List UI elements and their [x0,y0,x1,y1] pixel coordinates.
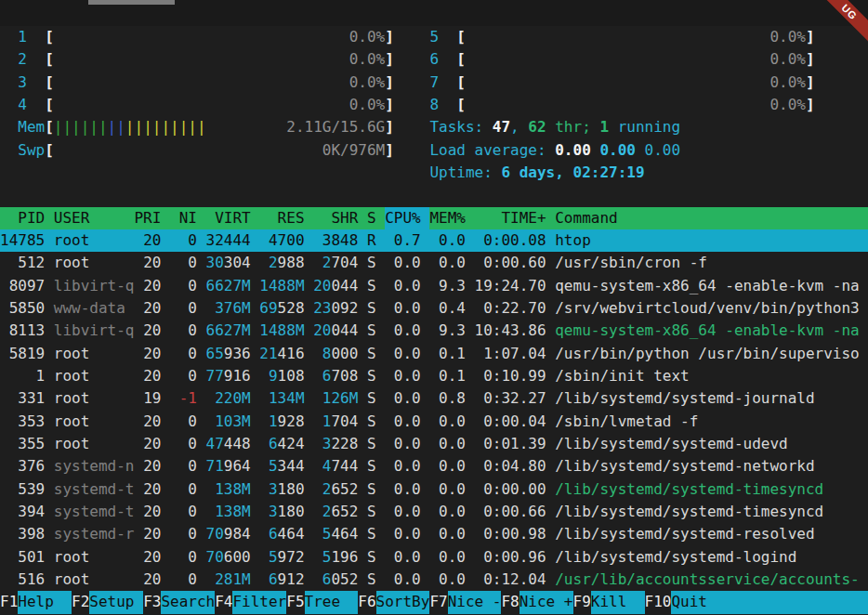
column-header-res[interactable]: RES [278,207,305,229]
fkey-f7[interactable]: F7 [429,591,447,613]
cpu-meter-row: 1[0.0%]5[0.0%] [0,26,868,48]
cell-cpu: 0.0 [394,501,421,523]
cell-pid: 355 [18,433,45,455]
cell-state: S [367,275,376,297]
cell-mem: 0.4 [439,297,466,320]
process-row[interactable]: 516root200281M69126052S0.00.00:12.04/usr… [0,569,868,591]
column-header-ni[interactable]: NI [179,207,197,229]
process-row[interactable]: 394systemd-t200138M31802652S0.00.00:00.6… [0,501,868,523]
process-row[interactable]: 512root2003030429882704S0.00.00:00.60/us… [0,252,868,274]
cell-value-low: 652 [331,478,358,501]
cell-ni: 0 [188,569,197,591]
process-row[interactable]: 353root200103M19281704S0.00.00:00.04/sbi… [0,411,868,433]
column-header-pri[interactable]: PRI [134,207,161,229]
column-header-pid[interactable]: PID [18,207,45,229]
cell-state: S [367,569,376,591]
cell-pid: 5819 [9,343,46,365]
process-row[interactable]: 331root19-1220M134M126MS0.00.80:32.27/li… [0,387,868,410]
column-header-s[interactable]: S [367,207,376,229]
fkey-f9[interactable]: F9 [573,591,591,613]
column-header-cpu[interactable]: CPU% [385,207,421,229]
fkey-label-kill[interactable]: Kill [591,591,645,613]
process-row[interactable]: 8113libvirt-q2006627M1488M20044S0.09.310… [0,320,868,342]
meter-bracket-open-icon: [ [45,94,54,116]
cell-user: root [54,546,90,569]
cell-ni: 0 [188,411,197,433]
column-header-shr[interactable]: SHR [331,207,358,229]
cell-ni: 0 [188,546,197,569]
process-row[interactable]: 355root2004744864243228S0.00.00:01.39/li… [0,433,868,455]
process-row[interactable]: 376systemd-n2007196453444744S0.00.00:04.… [0,455,868,478]
cell-ni: 0 [188,455,197,478]
meter-label: 2 [18,48,27,71]
uptime-segment: Uptime: [429,162,501,184]
cell-mem: 0.1 [439,365,466,387]
cell-value-low: 984 [224,523,251,545]
function-key-bar: F1Help F2Setup F3SearchF4FilterF5Tree F6… [0,591,868,613]
process-row[interactable]: 539systemd-t200138M31802652S0.00.00:00.0… [0,478,868,501]
process-row[interactable]: 501root2007060059725196S0.00.00:00.96/li… [0,546,868,569]
cell-user: systemd-n [54,455,135,478]
cell-value-low: 700 [278,229,305,252]
column-header-user[interactable]: USER [54,207,90,229]
column-header-virt[interactable]: VIRT [215,207,251,229]
fkey-f1[interactable]: F1 [0,591,18,613]
cell-value-high: 20 [313,275,331,297]
fkey-label-nice-[interactable]: Nice + [519,591,573,613]
cell-value-low: 416 [278,343,305,365]
fkey-label-filter[interactable]: Filter [232,591,286,613]
column-header-mem[interactable]: MEM% [429,207,466,229]
fkey-label-search[interactable]: Search [161,591,215,613]
fkey-f2[interactable]: F2 [72,591,89,613]
cell-pri: 20 [143,546,161,569]
meter-bracket-open-icon: [ [45,116,54,138]
cell-ni: 0 [188,523,197,545]
fkey-label-tree[interactable]: Tree [305,591,359,613]
meter-label: 7 [429,72,439,94]
meter-bracket-close-icon: ] [385,26,394,48]
process-row[interactable]: 5819root20065936214168000S0.00.11:07.04/… [0,343,868,365]
fkey-label-setup[interactable]: Setup [89,591,143,613]
fkey-label-sortby[interactable]: SortBy [376,591,430,613]
meter-label: 4 [18,94,27,116]
meter-value: 0K/976M [322,139,385,162]
fkey-f4[interactable]: F4 [215,591,232,613]
cell-time: 1:07.04 [483,343,546,365]
cell-value-high: 77 [206,365,224,387]
cell-time: 0:00.04 [483,411,546,433]
fkey-f5[interactable]: F5 [286,591,304,613]
cell-cpu: 0.0 [394,546,421,569]
cell-value-high: 5 [269,546,278,569]
process-row[interactable]: 14785root2003244447003848R0.70.00:00.08h… [0,229,868,252]
process-row[interactable]: 5850www-data200376M6952823092S0.00.40:22… [0,297,868,320]
meter-pipe-icon: | [72,116,81,138]
fkey-f3[interactable]: F3 [143,591,161,613]
cell-time: 0:10.99 [483,365,546,387]
process-row[interactable]: 398systemd-r2007098464645464S0.00.00:00.… [0,523,868,545]
cell-value-low: 196 [331,546,358,569]
cell-value-high: 138M [215,501,251,523]
cell-value-low: 928 [278,411,305,433]
meter-pipe-icon: | [161,116,170,138]
fkey-f8[interactable]: F8 [501,591,519,613]
column-header-time[interactable]: TIME+ [501,207,546,229]
cell-value-high: 1 [322,411,332,433]
cell-pri: 20 [143,343,161,365]
fkey-label-help[interactable]: Help [18,591,72,613]
fkey-label-quit[interactable]: Quit [671,591,868,613]
fkey-f6[interactable]: F6 [358,591,375,613]
cell-value-low: 988 [278,252,305,274]
process-row[interactable]: 8097libvirt-q2006627M1488M20044S0.09.319… [0,275,868,297]
cell-ni: 0 [188,433,197,455]
cell-user: www-data [54,297,125,320]
fkey-label-nice-[interactable]: Nice - [448,591,502,613]
fkey-f10[interactable]: F10 [645,591,672,613]
cell-value-high: 30 [206,252,224,274]
cpu-meter-row: 3[0.0%]7[0.0%] [0,72,868,94]
process-row[interactable]: 1root2007791691086708S0.00.10:10.99/sbin… [0,365,868,387]
cell-time: 0:04.80 [483,455,546,478]
cell-value-low: 936 [224,343,251,365]
cell-pid: 5850 [9,297,46,320]
column-header-cmd[interactable]: Command [555,207,617,229]
cell-cpu: 0.0 [394,569,421,591]
